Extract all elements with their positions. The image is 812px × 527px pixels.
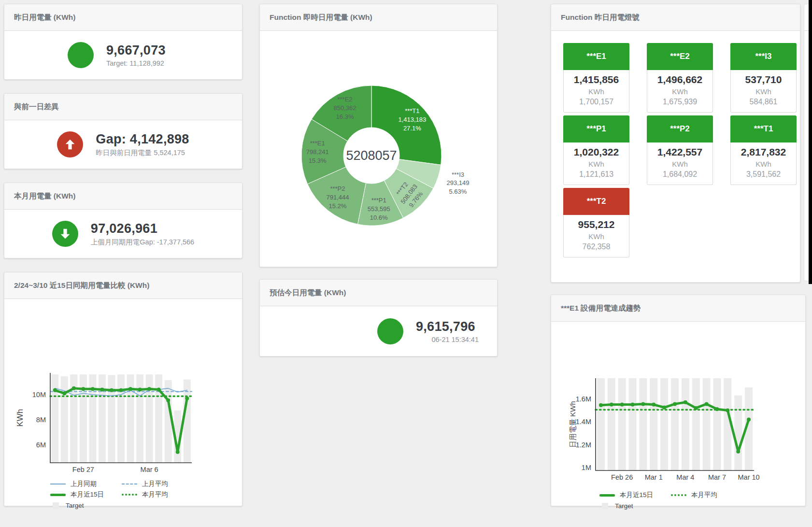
svg-text:Mar 4: Mar 4	[676, 473, 694, 481]
panel-title: 預估今日用電量 (KWh)	[260, 280, 497, 306]
legend-label: Target	[615, 502, 633, 510]
svg-text:6M: 6M	[36, 441, 46, 449]
legend-sample	[599, 494, 615, 497]
panel-forecast-header[interactable]: 預估今日用電量 (KWh)	[260, 280, 497, 306]
panel-compare15-header[interactable]: 2/24~3/10 近15日同期用電量比較 (KWh)	[4, 272, 242, 299]
lights-grid: ***E11,415,856KWh1,700,157***E21,496,662…	[551, 31, 800, 257]
panel-month-header[interactable]: 本月用電量 (KWh)	[4, 183, 242, 210]
yesterday-target: Target: 11,128,992	[106, 59, 179, 67]
panel-title: 昨日用電量 (KWh)	[4, 4, 242, 30]
legend-label: 上月同期	[71, 480, 97, 488]
status-tile-I3: ***I3537,710KWh584,861	[730, 43, 797, 113]
tile-value: 2,817,832	[731, 146, 796, 158]
legend-item[interactable]: 上月同期	[50, 480, 122, 488]
svg-text:1.6M: 1.6M	[576, 395, 591, 403]
legend-item[interactable]: Target	[599, 502, 671, 510]
status-tile-E2: ***E21,496,662KWh1,675,939	[647, 43, 713, 113]
tile-value: 955,212	[564, 219, 629, 230]
legend-item[interactable]: 本月平均	[671, 491, 742, 499]
svg-text:1M: 1M	[582, 464, 591, 471]
svg-text:日用電量 KWh: 日用電量 KWh	[569, 401, 577, 448]
panel-title: ***E1 設備用電達成趨勢	[551, 295, 805, 321]
svg-text:Mar 10: Mar 10	[738, 473, 759, 481]
forecast-value: 9,615,796	[416, 319, 479, 334]
tile-unit: KWh	[564, 232, 629, 241]
svg-text:Feb 26: Feb 26	[611, 473, 633, 481]
panel-gap-prev-day: 與前一日差異 Gap: 4,142,898 昨日與前日用電量 5,524,175	[4, 93, 242, 169]
panel-realtime-header[interactable]: Function 即時日用電量 (KWh)	[260, 4, 497, 31]
panel-e1-header[interactable]: ***E1 設備用電達成趨勢	[551, 295, 805, 322]
legend-label: 本月平均	[691, 491, 717, 499]
panel-title: Function 即時日用電量 (KWh)	[260, 4, 497, 30]
legend-sample	[50, 494, 66, 496]
month-gap: 上個月同期用電Gap: -17,377,566	[91, 238, 194, 247]
arrow-up-icon	[63, 138, 77, 151]
legend-label: 本月近15日	[620, 491, 653, 499]
svg-text:1.4M: 1.4M	[576, 418, 591, 426]
gap-value: Gap: 4,142,898	[96, 132, 189, 147]
svg-text:8M: 8M	[36, 416, 46, 424]
panel-status-lights: Function 昨日用電燈號 ***E11,415,856KWh1,700,1…	[551, 4, 800, 283]
panel-title: Function 昨日用電燈號	[551, 4, 800, 30]
legend-sample	[122, 494, 137, 496]
legend-label: 本月近15日	[71, 490, 104, 499]
legend-item[interactable]: 本月近15日	[50, 490, 122, 499]
tile-target: 1,700,157	[564, 98, 629, 106]
right-edge-black-strip	[809, 0, 812, 284]
legend-label: Target	[66, 502, 84, 509]
panel-yesterday-header[interactable]: 昨日用電量 (KWh)	[4, 4, 242, 31]
tile-label: ***P1	[563, 115, 629, 142]
tile-label: ***T2	[563, 188, 629, 215]
status-tile-P1: ***P11,020,322KWh1,121,613	[563, 115, 629, 185]
svg-text:Feb 27: Feb 27	[72, 466, 94, 473]
panel-lights-header[interactable]: Function 昨日用電燈號	[551, 4, 800, 31]
legend-sample	[671, 494, 686, 496]
svg-text:10M: 10M	[32, 391, 46, 399]
panel-yesterday-usage: 昨日用電量 (KWh) 9,667,073 Target: 11,128,992	[4, 4, 242, 80]
tile-value: 1,496,662	[647, 74, 712, 85]
legend-item[interactable]: 本月平均	[122, 490, 193, 499]
tile-label: ***T1	[730, 115, 797, 142]
tile-target: 584,861	[731, 98, 796, 106]
svg-text:Mar 6: Mar 6	[141, 466, 158, 473]
tile-value: 1,422,557	[647, 146, 712, 158]
tile-target: 1,684,092	[647, 170, 712, 179]
donut-center-total: 5208057	[346, 148, 397, 163]
power-dashboard: 昨日用電量 (KWh) 9,667,073 Target: 11,128,992…	[0, 0, 812, 527]
svg-text:Mar 7: Mar 7	[708, 473, 726, 481]
forecast-timestamp: 06-21 15:34:41	[416, 336, 479, 343]
tile-unit: KWh	[731, 160, 796, 168]
month-value: 97,026,961	[91, 221, 194, 236]
tile-unit: KWh	[564, 87, 629, 96]
tile-target: 1,675,939	[647, 98, 712, 106]
tile-label: ***P2	[647, 115, 713, 142]
svg-text:1.2M: 1.2M	[576, 441, 591, 449]
legend-label: 上月平均	[142, 480, 168, 488]
panel-forecast: 預估今日用電量 (KWh) 9,615,796 06-21 15:34:41	[259, 279, 498, 356]
tile-label: ***E2	[647, 43, 713, 70]
tile-target: 762,358	[564, 242, 629, 251]
tile-target: 3,591,562	[731, 170, 796, 179]
panel-realtime-donut: Function 即時日用電量 (KWh) ***T11,413,18327.1…	[259, 4, 498, 267]
legend-item[interactable]: Target	[50, 502, 122, 509]
panel-month-usage: 本月用電量 (KWh) 97,026,961 上個月同期用電Gap: -17,3…	[4, 183, 242, 258]
legend-label: 本月平均	[142, 490, 168, 499]
status-circle-green	[52, 221, 78, 247]
legend-sample	[50, 484, 66, 484]
tile-unit: KWh	[647, 160, 712, 168]
legend-sample	[122, 484, 137, 484]
panel-compare15: 2/24~3/10 近15日同期用電量比較 (KWh) 6M8M10MFeb 2…	[4, 272, 242, 506]
panel-title: 本月用電量 (KWh)	[4, 183, 242, 209]
legend-item[interactable]: 上月平均	[122, 480, 193, 488]
tile-label: ***I3	[730, 43, 797, 70]
status-tile-E1: ***E11,415,856KWh1,700,157	[563, 43, 629, 113]
panel-title: 與前一日差異	[4, 94, 242, 120]
e1-trend-legend: 本月近15日本月平均Target	[551, 490, 805, 511]
status-circle-green	[377, 318, 403, 344]
realtime-donut-chart: ***T11,413,18327.1%***I3293,1495.63%***T…	[260, 31, 497, 267]
svg-text:KWh: KWh	[15, 409, 25, 427]
panel-gap-header[interactable]: 與前一日差異	[4, 94, 242, 120]
panel-title: 2/24~3/10 近15日同期用電量比較 (KWh)	[4, 272, 242, 299]
legend-item[interactable]: 本月近15日	[599, 491, 671, 499]
tile-value: 537,710	[731, 74, 796, 85]
